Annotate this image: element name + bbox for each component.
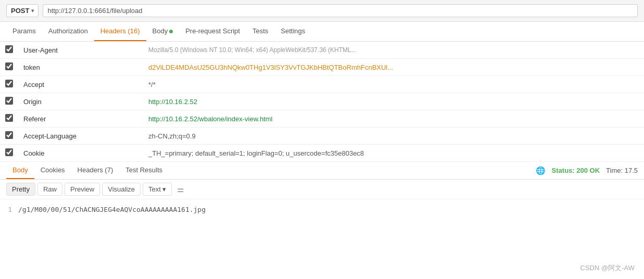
bottom-tab-headers7[interactable]: Headers (7) (71, 162, 120, 179)
table-row: User-AgentMozilla/5.0 (Windows NT 10.0; … (0, 42, 644, 59)
bottom-tabs: Body Cookies Headers (7) Test Results 🌐 … (0, 161, 644, 180)
header-checkbox[interactable] (5, 80, 13, 87)
header-description (574, 145, 644, 162)
text-format-select[interactable]: Text ▾ (143, 183, 172, 196)
bottom-tab-cookies[interactable]: Cookies (34, 162, 71, 179)
header-checkbox[interactable] (5, 148, 13, 156)
tab-body[interactable]: Body (146, 22, 180, 41)
method-label: POST (11, 7, 29, 15)
line-content: /g1/M00/00/51/ChACNGJEG4eAQVcoAAAAAAAAA1… (18, 206, 206, 213)
tab-settings[interactable]: Settings (274, 22, 311, 41)
header-value: _TH_=primary; default_serial=1; loginFla… (143, 145, 574, 162)
globe-icon: 🌐 (536, 166, 546, 175)
bottom-tab-body[interactable]: Body (6, 162, 34, 179)
header-value: d2ViLDE4MDAsU25GU3hNQkw0THg1V3lSY3VvTGJK… (143, 59, 574, 76)
header-key: Cookie (18, 145, 143, 162)
header-checkbox[interactable] (5, 62, 13, 70)
header-value: */* (143, 76, 574, 93)
header-key: Accept (18, 76, 143, 93)
header-checkbox[interactable] (5, 45, 13, 53)
table-row: tokend2ViLDE4MDAsU25GU3hNQkw0THg1V3lSY3V… (0, 59, 644, 76)
url-bar: POST ▾ (0, 0, 644, 22)
header-key: token (18, 59, 143, 76)
tab-params[interactable]: Params (6, 22, 42, 41)
code-line: 1/g1/M00/00/51/ChACNGJEG4eAQVcoAAAAAAAAA… (0, 205, 644, 214)
header-checkbox[interactable] (5, 114, 13, 122)
table-row: Refererhttp://10.16.2.52/wbalone/index-v… (0, 110, 644, 128)
header-description (574, 128, 644, 145)
header-value: http://10.16.2.52 (143, 93, 574, 110)
bottom-tab-test-results[interactable]: Test Results (119, 162, 169, 179)
header-description (574, 93, 644, 110)
header-key: Origin (18, 93, 143, 110)
tab-pre-request[interactable]: Pre-request Script (179, 22, 246, 41)
header-key: Referer (18, 110, 143, 128)
header-key: User-Agent (18, 42, 143, 59)
preview-button[interactable]: Preview (65, 183, 100, 196)
filter-icon[interactable]: ⚌ (177, 185, 184, 194)
status-badge: Status: 200 OK (552, 167, 600, 174)
header-checkbox[interactable] (5, 131, 13, 139)
format-chevron-icon: ▾ (162, 185, 166, 193)
body-dot-icon (169, 30, 173, 33)
header-checkbox[interactable] (5, 97, 13, 105)
tab-tests[interactable]: Tests (246, 22, 274, 41)
header-description (574, 59, 644, 76)
time-display: Time: 17.5 (606, 167, 638, 174)
response-code-area: 1/g1/M00/00/51/ChACNGJEG4eAQVcoAAAAAAAAA… (0, 199, 644, 220)
format-select-label: Text (148, 185, 161, 193)
header-value: zh-CN,zh;q=0.9 (143, 128, 574, 145)
pretty-button[interactable]: Pretty (6, 183, 35, 196)
table-row: Accept*/* (0, 76, 644, 93)
table-row: Originhttp://10.16.2.52 (0, 93, 644, 110)
header-value: http://10.16.2.52/wbalone/index-view.htm… (143, 110, 574, 128)
table-row: Cookie_TH_=primary; default_serial=1; lo… (0, 145, 644, 162)
header-key: Accept-Language (18, 128, 143, 145)
format-bar: Pretty Raw Preview Visualize Text ▾ ⚌ (0, 180, 644, 199)
chevron-down-icon: ▾ (31, 8, 34, 14)
header-value: Mozilla/5.0 (Windows NT 10.0; Win64; x64… (143, 42, 574, 59)
tab-authorization[interactable]: Authorization (42, 22, 94, 41)
url-input[interactable] (43, 4, 638, 17)
raw-button[interactable]: Raw (37, 183, 62, 196)
line-number: 1 (0, 206, 18, 213)
header-description (574, 76, 644, 93)
table-row: Accept-Languagezh-CN,zh;q=0.9 (0, 128, 644, 145)
nav-tabs: Params Authorization Headers (16) Body P… (0, 22, 644, 42)
header-description (574, 42, 644, 59)
header-description (574, 110, 644, 128)
tab-headers[interactable]: Headers (16) (94, 22, 146, 41)
method-select[interactable]: POST ▾ (6, 4, 39, 17)
visualize-button[interactable]: Visualize (102, 183, 141, 196)
headers-section: User-AgentMozilla/5.0 (Windows NT 10.0; … (0, 42, 644, 161)
headers-table: User-AgentMozilla/5.0 (Windows NT 10.0; … (0, 42, 644, 161)
